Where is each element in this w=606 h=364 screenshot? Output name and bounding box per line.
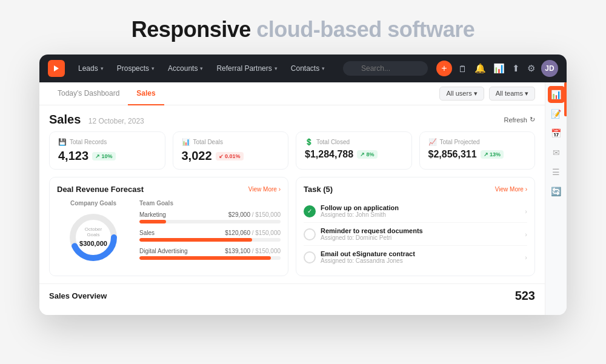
goal-row-sales: Sales $120,060 / $150,000: [139, 230, 281, 242]
stat-badge-records: ↗ 10%: [92, 152, 116, 160]
forecast-card-header: Deal Revenue Forecast View More ›: [57, 185, 281, 194]
logo[interactable]: [48, 60, 65, 77]
main-grid: Deal Revenue Forecast View More › Compan…: [39, 177, 545, 283]
notification-icon[interactable]: 🔔: [473, 62, 487, 75]
deals-icon: 📊: [182, 138, 190, 146]
task-item-1[interactable]: Reminder to request documents Assigned t…: [304, 223, 527, 246]
task-text-0: Follow up on application Assigned to: Jo…: [321, 204, 520, 218]
chevron-right-icon: ›: [525, 231, 527, 238]
goal-row-digital-advertising: Digital Advertising $139,100 / $150,000: [139, 248, 281, 260]
tabs-left: Today's Dashboard Sales: [49, 82, 164, 105]
dash-header: Sales 12 October, 2023 Refresh ↻: [39, 105, 545, 131]
stat-badge-closed: ↗ 8%: [357, 150, 378, 159]
stat-total-deals: 📊 Total Deals 3,022 ↙ 0.01%: [173, 131, 289, 170]
task-card: Task (5) View More › ✓ Follow up on appl…: [296, 177, 535, 276]
tasks-view-more[interactable]: View More ›: [495, 186, 527, 193]
upload-icon[interactable]: ⬆: [511, 62, 521, 75]
donut-center: October Goals $300,000: [79, 227, 107, 248]
sidebar-icon-chart[interactable]: 📊: [548, 86, 565, 103]
all-teams-filter[interactable]: All teams ▾: [489, 87, 535, 101]
refresh-button[interactable]: Refresh ↻: [504, 116, 535, 124]
stats-row: 💾 Total Records 4,123 ↗ 10% 📊 Total Deal…: [39, 131, 545, 177]
chevron-down-icon: ▾: [322, 65, 325, 71]
svg-marker-0: [54, 65, 59, 71]
right-sidebar: 📊 📝 📅 ✉ ☰ 🔄: [545, 82, 567, 315]
page-title: Sales: [49, 113, 81, 126]
all-users-filter[interactable]: All users ▾: [439, 87, 484, 101]
headline-bold: Responsive: [132, 17, 251, 42]
projected-icon: 📈: [428, 138, 437, 146]
search-wrap: 🔍: [343, 61, 428, 76]
task-check-2: [304, 251, 316, 263]
refresh-icon: ↻: [530, 116, 535, 124]
sidebar-icon-mail[interactable]: ✉: [548, 144, 565, 161]
task-check-0: ✓: [304, 205, 316, 217]
forecast-body: Company Goals October Goals $300,000: [57, 200, 281, 266]
document-icon[interactable]: 🗒: [457, 62, 468, 75]
nav-item-accounts[interactable]: Accounts ▾: [162, 61, 209, 76]
task-check-1: [304, 228, 316, 240]
avatar[interactable]: JD: [541, 60, 558, 77]
stat-badge-projected: ↗ 13%: [481, 150, 504, 159]
chart-icon[interactable]: 📊: [492, 62, 506, 75]
sidebar-icon-notes[interactable]: 📝: [548, 105, 565, 122]
sidebar-icon-calendar[interactable]: 📅: [548, 125, 565, 142]
forecast-card-title: Deal Revenue Forecast: [57, 185, 144, 194]
tabs-right: All users ▾ All teams ▾: [439, 87, 535, 101]
nav-item-referral-partners[interactable]: Referral Partners ▾: [210, 61, 283, 76]
team-goals: Team Goals Marketing $29,000 / $150,000: [139, 200, 281, 266]
stat-badge-deals: ↙ 0.01%: [216, 152, 244, 160]
goal-row-marketing: Marketing $29,000 / $150,000: [139, 211, 281, 223]
stat-total-projected: 📈 Total Projected $2,856,311 ↗ 13%: [419, 131, 536, 170]
chevron-down-icon: ▾: [152, 65, 155, 71]
tab-todays-dashboard[interactable]: Today's Dashboard: [49, 82, 128, 105]
navbar-actions: + 🗒 🔔 📊 ⬆ ⚙ JD: [436, 60, 558, 77]
dash-date: 12 October, 2023: [88, 117, 144, 125]
app-container: Leads ▾ Prospects ▾ Accounts ▾ Referral …: [39, 55, 567, 315]
records-icon: 💾: [58, 138, 67, 146]
donut-chart: October Goals $300,000: [66, 210, 121, 265]
chevron-down-icon: ▾: [101, 65, 104, 71]
tab-sales[interactable]: Sales: [128, 82, 164, 105]
sidebar-icon-refresh[interactable]: 🔄: [548, 183, 565, 200]
chevron-right-icon: ›: [525, 254, 527, 261]
add-button[interactable]: +: [436, 61, 452, 76]
dashboard: Today's Dashboard Sales All users ▾ All …: [39, 82, 545, 315]
headline-light: cloud-based software: [256, 17, 474, 42]
task-item-2[interactable]: Email out eSignature contract Assigned t…: [304, 246, 527, 268]
tabs-bar: Today's Dashboard Sales All users ▾ All …: [39, 82, 545, 105]
search-input[interactable]: [343, 61, 428, 76]
nav-item-leads[interactable]: Leads ▾: [72, 61, 110, 76]
progress-bar-digital: [139, 256, 281, 260]
nav-item-prospects[interactable]: Prospects ▾: [111, 61, 161, 76]
forecast-card: Deal Revenue Forecast View More › Compan…: [49, 177, 288, 276]
task-card-title: Task (5): [304, 185, 333, 194]
dash-title-wrap: Sales 12 October, 2023: [49, 113, 144, 127]
settings-icon[interactable]: ⚙: [526, 62, 536, 75]
chevron-down-icon: ▾: [275, 65, 278, 71]
chevron-right-icon: ›: [525, 208, 527, 215]
task-item-0[interactable]: ✓ Follow up on application Assigned to: …: [304, 200, 527, 223]
progress-bar-marketing: [139, 220, 281, 223]
stat-total-records: 💾 Total Records 4,123 ↗ 10%: [49, 131, 165, 170]
sales-overview: Sales Overview 523: [39, 283, 545, 308]
navbar: Leads ▾ Prospects ▾ Accounts ▾ Referral …: [39, 55, 567, 82]
chevron-down-icon: ▾: [200, 65, 203, 71]
company-goals: Company Goals October Goals $300,000: [57, 200, 130, 266]
page-header: Responsive cloud-based software: [0, 0, 606, 55]
main-content: Today's Dashboard Sales All users ▾ All …: [39, 82, 567, 315]
closed-icon: 💲: [305, 138, 313, 146]
task-text-2: Email out eSignature contract Assigned t…: [321, 250, 520, 264]
task-card-header: Task (5) View More ›: [304, 185, 527, 194]
nav-items: Leads ▾ Prospects ▾ Accounts ▾ Referral …: [72, 61, 341, 76]
task-text-1: Reminder to request documents Assigned t…: [321, 227, 520, 241]
forecast-view-more[interactable]: View More ›: [248, 186, 281, 193]
progress-bar-sales: [139, 238, 281, 242]
nav-item-contacts[interactable]: Contacts ▾: [285, 61, 331, 76]
stat-total-closed: 💲 Total Closed $1,284,788 ↗ 8%: [296, 131, 412, 170]
sidebar-icon-menu[interactable]: ☰: [548, 164, 565, 180]
